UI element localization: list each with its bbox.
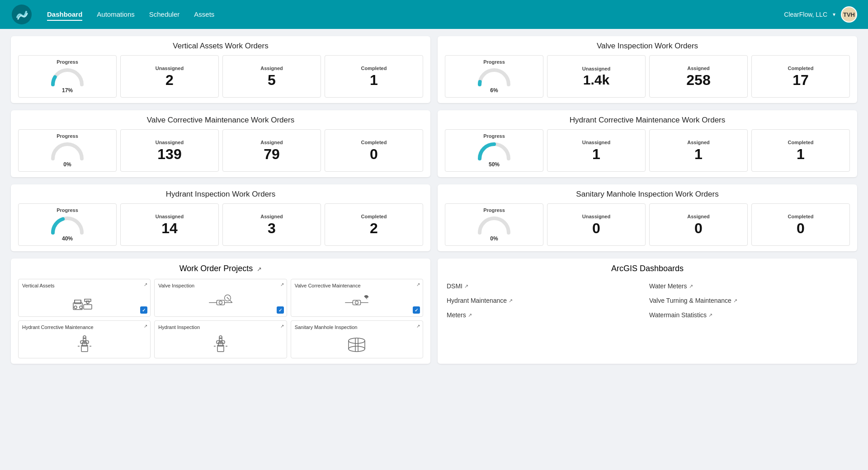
project-vertical-assets[interactable]: Vertical Assets ↗ bbox=[18, 279, 151, 317]
hydrant-inspection-title: Hydrant Inspection Work Orders bbox=[18, 190, 423, 199]
project-link-3[interactable]: ↗ bbox=[144, 324, 147, 329]
nav-automations[interactable]: Automations bbox=[97, 9, 134, 21]
arcgis-link-valve-turning[interactable]: Valve Turning & Maintenance ↗ bbox=[647, 293, 850, 308]
project-icon-2 bbox=[295, 290, 419, 313]
project-check-0[interactable] bbox=[140, 306, 147, 314]
ext-icon-0: ↗ bbox=[464, 283, 468, 289]
arcgis-link-water-meters[interactable]: Water Meters ↗ bbox=[647, 279, 850, 293]
valve-corrective-completed: Completed 0 bbox=[325, 129, 423, 172]
main-content: Vertical Assets Work Orders Progress 17% bbox=[0, 29, 868, 378]
vertical-assets-title: Vertical Assets Work Orders bbox=[18, 42, 423, 51]
gauge-5: 0% bbox=[476, 215, 512, 242]
valve-inspection-progress: Progress 6% bbox=[445, 55, 543, 98]
project-icon-1 bbox=[158, 290, 283, 313]
projects-title: Work Order Projects ↗ bbox=[18, 264, 423, 273]
projects-external-icon[interactable]: ↗ bbox=[257, 266, 262, 273]
svg-point-3 bbox=[74, 306, 77, 309]
arcgis-links-grid: DSMI ↗ Water Meters ↗ Hydrant Maintenanc… bbox=[445, 279, 850, 322]
sanitary-manhole-completed: Completed 0 bbox=[751, 203, 850, 246]
svg-point-21 bbox=[355, 301, 359, 304]
project-link-2[interactable]: ↗ bbox=[416, 282, 420, 287]
ext-icon-1: ↗ bbox=[689, 283, 693, 289]
valve-inspection-section: Valve Inspection Work Orders Progress 6% bbox=[438, 36, 857, 103]
arcgis-link-meters[interactable]: Meters ↗ bbox=[445, 308, 647, 322]
navbar: Dashboard Automations Scheduler Assets C… bbox=[0, 0, 868, 29]
svg-line-17 bbox=[227, 297, 229, 300]
nav-dashboard[interactable]: Dashboard bbox=[47, 9, 82, 21]
hydrant-inspection-section: Hydrant Inspection Work Orders Progress … bbox=[11, 184, 430, 251]
svg-rect-5 bbox=[84, 305, 92, 309]
gauge-0: 17% bbox=[49, 66, 85, 94]
svg-rect-32 bbox=[217, 341, 225, 343]
sanitary-manhole-progress: Progress 0% bbox=[445, 203, 543, 246]
hydrant-corrective-cards: Progress 50% Unassigned 1 bbox=[445, 129, 850, 172]
gauge-1: 6% bbox=[476, 66, 512, 94]
nav-scheduler[interactable]: Scheduler bbox=[149, 9, 180, 21]
valve-corrective-progress: Progress 0% bbox=[18, 129, 117, 172]
work-order-projects: Work Order Projects ↗ Vertical Assets ↗ bbox=[11, 258, 430, 364]
project-title-0: Vertical Assets bbox=[22, 283, 55, 288]
arcgis-link-watermain[interactable]: Watermain Statistics ↗ bbox=[647, 308, 850, 322]
project-hydrant-inspection[interactable]: Hydrant Inspection ↗ bbox=[154, 320, 287, 358]
svg-rect-8 bbox=[85, 299, 91, 301]
hydrant-inspection-unassigned: Unassigned 14 bbox=[120, 203, 219, 246]
project-title-3: Hydrant Corrective Maintenance bbox=[22, 324, 94, 330]
project-title-2: Valve Corrective Maintenance bbox=[295, 283, 361, 288]
gauge-3: 50% bbox=[476, 141, 512, 168]
project-valve-corrective[interactable]: Valve Corrective Maintenance ↗ bbox=[291, 279, 423, 317]
project-title-4: Hydrant Inspection bbox=[158, 324, 200, 330]
valve-inspection-title: Valve Inspection Work Orders bbox=[445, 42, 850, 51]
user-avatar[interactable]: TVH bbox=[841, 6, 857, 23]
project-link-0[interactable]: ↗ bbox=[144, 282, 147, 287]
org-dropdown-icon[interactable]: ▾ bbox=[833, 11, 835, 18]
nav-links: Dashboard Automations Scheduler Assets bbox=[47, 9, 769, 21]
valve-corrective-assigned: Assigned 79 bbox=[222, 129, 321, 172]
hydrant-corrective-unassigned: Unassigned 1 bbox=[547, 129, 646, 172]
vertical-assets-cards: Progress 17% Unassigned 2 bbox=[18, 55, 423, 98]
vertical-assets-assigned: Assigned 5 bbox=[222, 55, 321, 98]
row-1: Vertical Assets Work Orders Progress 17% bbox=[11, 36, 857, 103]
project-icon-4 bbox=[158, 332, 283, 354]
org-name: ClearFlow, LLC bbox=[784, 11, 827, 18]
project-link-5[interactable]: ↗ bbox=[416, 324, 420, 329]
vertical-assets-unassigned: Unassigned 2 bbox=[120, 55, 219, 98]
progress-label-0: Progress bbox=[57, 59, 78, 65]
hydrant-corrective-section: Hydrant Corrective Maintenance Work Orde… bbox=[438, 110, 857, 177]
svg-rect-2 bbox=[75, 300, 81, 304]
nav-assets[interactable]: Assets bbox=[194, 9, 214, 21]
valve-inspection-assigned: Assigned 258 bbox=[649, 55, 748, 98]
hydrant-inspection-completed: Completed 2 bbox=[325, 203, 423, 246]
project-check-2[interactable] bbox=[413, 306, 420, 314]
project-valve-inspection[interactable]: Valve Inspection ↗ bbox=[154, 279, 287, 317]
project-check-1[interactable] bbox=[277, 306, 284, 314]
hydrant-inspection-assigned: Assigned 3 bbox=[222, 203, 321, 246]
hydrant-inspection-cards: Progress 40% Unassigned 14 bbox=[18, 203, 423, 246]
project-link-4[interactable]: ↗ bbox=[280, 324, 284, 329]
svg-point-37 bbox=[349, 338, 365, 343]
ext-icon-4: ↗ bbox=[468, 312, 472, 318]
valve-inspection-unassigned: Unassigned 1.4k bbox=[547, 55, 646, 98]
project-icon-5 bbox=[295, 332, 419, 354]
vertical-assets-completed: Completed 1 bbox=[325, 55, 423, 98]
hydrant-inspection-progress: Progress 40% bbox=[18, 203, 117, 246]
arcgis-dashboards: ArcGIS Dashboards DSMI ↗ Water Meters ↗ … bbox=[438, 258, 857, 364]
project-link-1[interactable]: ↗ bbox=[280, 282, 284, 287]
project-sanitary-manhole[interactable]: Sanitary Manhole Inspection ↗ bbox=[291, 320, 423, 358]
sanitary-manhole-cards: Progress 0% Unassigned 0 As bbox=[445, 203, 850, 246]
project-title-5: Sanitary Manhole Inspection bbox=[295, 324, 358, 330]
vertical-assets-section: Vertical Assets Work Orders Progress 17% bbox=[11, 36, 430, 103]
arcgis-link-hydrant-maintenance[interactable]: Hydrant Maintenance ↗ bbox=[445, 293, 647, 308]
sanitary-manhole-section: Sanitary Manhole Inspection Work Orders … bbox=[438, 184, 857, 251]
ext-icon-3: ↗ bbox=[733, 298, 737, 304]
gauge-4: 40% bbox=[49, 215, 85, 242]
row-2: Valve Corrective Maintenance Work Orders… bbox=[11, 110, 857, 177]
project-hydrant-corrective[interactable]: Hydrant Corrective Maintenance ↗ bbox=[18, 320, 151, 358]
valve-inspection-cards: Progress 6% Unassigned 1.4k bbox=[445, 55, 850, 98]
vertical-assets-progress: Progress 17% bbox=[18, 55, 117, 98]
sanitary-manhole-assigned: Assigned 0 bbox=[649, 203, 748, 246]
svg-rect-25 bbox=[80, 341, 89, 343]
project-title-1: Valve Inspection bbox=[158, 283, 194, 288]
navbar-right: ClearFlow, LLC ▾ TVH bbox=[784, 6, 857, 23]
svg-point-4 bbox=[80, 306, 82, 309]
arcgis-link-dsmi[interactable]: DSMI ↗ bbox=[445, 279, 647, 293]
